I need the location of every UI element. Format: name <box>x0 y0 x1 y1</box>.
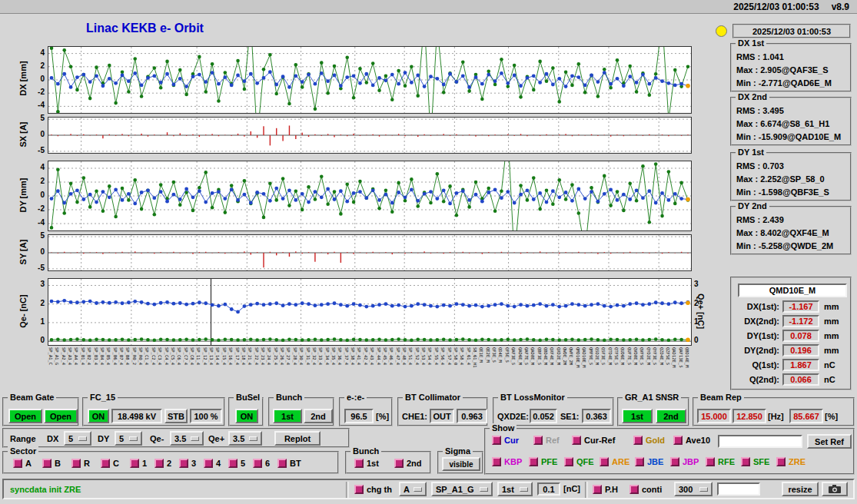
beam-gate-open1-button[interactable]: Open <box>8 409 42 423</box>
bunch-1st-button[interactable]: 1st <box>273 409 302 423</box>
beam-rep-percent-unit: [%] <box>825 409 838 423</box>
bpm-name-label: QAD10E_M <box>582 347 586 368</box>
bunch-1st-checkbox[interactable]: 1st <box>354 459 379 468</box>
bpm-name-label: QBD4E_M <box>543 347 548 365</box>
fc15-stb-button[interactable]: STB <box>164 409 188 423</box>
bpm-name-label: SP_C3_4 <box>158 347 162 365</box>
sector-bt-checkbox[interactable]: BT <box>277 459 301 468</box>
option-menu-dash-icon <box>699 487 708 492</box>
sector-3-checkbox[interactable]: 3 <box>179 459 196 468</box>
selected-bpm-name[interactable]: QMD10E_M <box>738 284 847 297</box>
range-dx-select[interactable]: 5 <box>64 431 91 446</box>
ref-name-input[interactable] <box>718 435 802 448</box>
bpm-dy1-value: 0.078 <box>782 330 819 342</box>
status-bar: syncdata init ZRE chg th A SP_A1_G 1st 0… <box>2 479 855 499</box>
sector-2-checkbox[interactable]: 2 <box>154 459 171 468</box>
show-jbe-label: JBE <box>647 457 663 466</box>
set-ref-button[interactable]: Set Ref <box>807 434 852 449</box>
threshold-unit: [nC] <box>563 484 580 493</box>
y-tick-label: 2 <box>40 61 45 71</box>
show-ref-checkbox[interactable]: Ref <box>533 436 560 445</box>
gr-snsr-1st-button[interactable]: 1st <box>622 409 653 423</box>
bt-collimator-title: BT Collimator <box>403 393 463 403</box>
sector-c-checkbox[interactable]: C <box>101 459 119 468</box>
show-jbe-checkbox[interactable]: JBE <box>635 457 663 466</box>
sector-6-checkbox[interactable]: 6 <box>253 459 270 468</box>
ph-checkbox[interactable]: P.H <box>593 485 618 494</box>
divider <box>346 482 349 498</box>
sector-4-checkbox[interactable]: 4 <box>204 459 221 468</box>
show-zre-checkbox[interactable]: ZRE <box>776 457 806 466</box>
sector-b-checkbox[interactable]: B <box>42 459 61 468</box>
bpm-name-label: QD4E_M <box>498 347 503 363</box>
show-qfe-checkbox[interactable]: QFE <box>564 457 594 466</box>
checkbox-indicator <box>776 457 786 466</box>
gr-snsr-2nd-button[interactable]: 2nd <box>656 409 686 423</box>
bt-collimator-group: BT Collimator CHE1: OUT 0.963 <box>397 397 488 426</box>
sigma-title: Sigma <box>443 446 473 456</box>
sector-1-checkbox[interactable]: 1 <box>130 459 147 468</box>
show-pfe-checkbox[interactable]: PFE <box>529 457 557 466</box>
busel-on-button[interactable]: ON <box>235 409 258 423</box>
sector-r-checkbox[interactable]: R <box>71 459 90 468</box>
checkbox-indicator <box>277 459 287 468</box>
fc15-percent-value: 100 % <box>190 409 222 423</box>
range-dy-select[interactable]: 5 <box>115 431 142 446</box>
show-ave10-checkbox[interactable]: Ave10 <box>673 436 710 445</box>
bpm-name-label: SP_B7_4 <box>119 347 124 365</box>
bpm-q2-value: 0.066 <box>782 373 819 386</box>
che1-label: CHE1: <box>402 409 427 423</box>
range-qe-plus-select[interactable]: 3.5 <box>228 431 262 446</box>
bpm-name-label: QE2E_M <box>486 347 490 363</box>
beam-gate-open2-button[interactable]: Open <box>44 409 78 423</box>
sector-a-select[interactable]: A <box>399 482 427 496</box>
show-gold-checkbox[interactable]: Gold <box>633 436 665 445</box>
bpm-name-label: SP_13_4 <box>209 347 214 365</box>
show-sfe-checkbox[interactable]: SFE <box>741 457 769 466</box>
show-cur-checkbox[interactable]: Cur <box>492 436 519 445</box>
bpm-name-label: SP_C7_4 <box>184 347 188 365</box>
dy-1st-rms: RMS : 0.703 <box>732 160 850 173</box>
dy-1st-min: Min : -1.598@QBF3E_S <box>732 186 850 199</box>
conti-checkbox[interactable]: conti <box>629 485 662 494</box>
beam-gate-title: Beam Gate <box>8 393 56 403</box>
bpm-name-label: QE1E_M <box>479 347 483 363</box>
sector-a-checkbox[interactable]: A <box>13 459 32 468</box>
show-rfe-checkbox[interactable]: RFE <box>706 457 735 466</box>
show-are-checkbox[interactable]: ARE <box>600 457 629 466</box>
option-menu-dash-icon <box>249 436 257 441</box>
bpm-name-label: SP_22_4 <box>254 347 259 365</box>
show-jbp-label: JBP <box>683 457 699 466</box>
sector-6-label: 6 <box>265 459 270 468</box>
sector-5-checkbox[interactable]: 5 <box>228 459 245 468</box>
bpm-name-label: SP_B3_4 <box>94 347 98 365</box>
screenshot-button[interactable] <box>822 482 848 496</box>
bpm-name-label: QAD6E_M <box>518 347 523 365</box>
show-kbp-checkbox[interactable]: KBP <box>492 457 522 466</box>
show-qfe-label: QFE <box>576 457 594 466</box>
y-tick-label: -4 <box>38 101 45 110</box>
fc15-on-button[interactable]: ON <box>88 409 109 423</box>
checkbox-indicator <box>228 459 238 468</box>
sigma-visible-button[interactable]: visible <box>442 457 480 471</box>
interval-select[interactable]: 300 <box>674 482 713 496</box>
resize-button[interactable]: resize <box>782 482 819 496</box>
range-qe-minus-select[interactable]: 3.5 <box>170 431 204 446</box>
bunch-2nd-button[interactable]: 2nd <box>304 409 333 423</box>
bpm-name-label: SP_R0_2 <box>132 347 137 365</box>
linac-orbit-window: 2025/12/03 01:00:53 v8.9 Linac KEKB e- O… <box>0 0 857 504</box>
show-jbp-checkbox[interactable]: JBP <box>670 457 699 466</box>
replot-button[interactable]: Replot <box>274 431 321 446</box>
qe-axis-ticks: 3210 <box>31 278 46 344</box>
bpm-name-label: SP_A4_4 <box>74 347 78 365</box>
bunch-order-select[interactable]: 1st <box>497 482 533 496</box>
y-tick-label: 4 <box>40 48 45 58</box>
bunch-2nd-checkbox[interactable]: 2nd <box>394 459 422 468</box>
bpm-name-label: QAF3E_S <box>511 347 516 365</box>
range-qe-plus-value: 3.5 <box>233 434 244 443</box>
bpm-select[interactable]: SP_A1_G <box>431 482 493 496</box>
chg-th-checkbox[interactable]: chg th <box>354 485 392 494</box>
show-cur-ref-checkbox[interactable]: Cur-Ref <box>572 436 615 445</box>
bunch-order-select-value: 1st <box>502 485 514 494</box>
interval-input[interactable] <box>717 482 760 496</box>
